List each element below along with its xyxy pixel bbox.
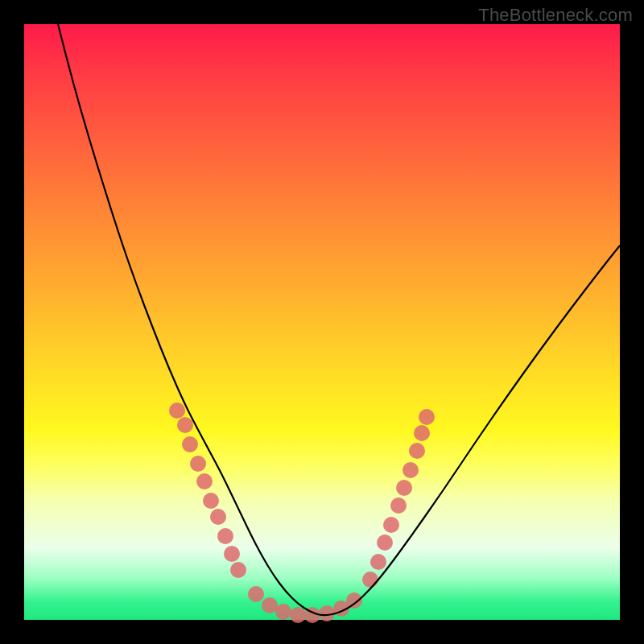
plot-area — [24, 24, 620, 620]
marker-dot — [275, 604, 291, 620]
watermark-text: TheBottleneck.com — [478, 5, 633, 26]
marker-dot — [248, 586, 264, 602]
marker-dot — [217, 528, 233, 544]
marker-dot — [346, 592, 362, 609]
curve-svg — [24, 24, 620, 620]
marker-dot — [190, 456, 206, 472]
marker-dot — [182, 436, 198, 452]
marker-layer — [169, 402, 435, 623]
marker-dot — [224, 546, 240, 562]
marker-dot — [290, 607, 306, 623]
bottleneck-curve — [58, 24, 620, 615]
marker-dot — [383, 517, 399, 533]
marker-dot — [169, 402, 185, 419]
marker-dot — [210, 509, 226, 525]
marker-dot — [419, 409, 435, 425]
marker-dot — [409, 443, 425, 459]
marker-dot — [377, 535, 393, 551]
marker-dot — [230, 562, 246, 578]
marker-dot — [402, 462, 419, 478]
marker-dot — [203, 493, 219, 509]
marker-dot — [262, 597, 278, 613]
marker-dot — [390, 497, 407, 514]
marker-dot — [370, 554, 386, 570]
chart-frame: TheBottleneck.com — [0, 0, 644, 644]
marker-dot — [362, 572, 378, 588]
marker-dot — [396, 480, 412, 496]
marker-dot — [414, 425, 430, 441]
marker-dot — [177, 417, 193, 433]
marker-dot — [196, 473, 213, 489]
